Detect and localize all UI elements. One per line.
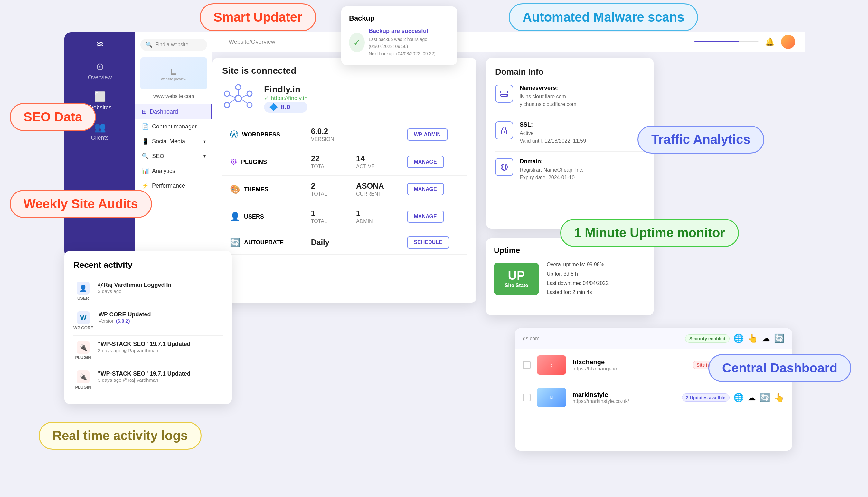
users-total-label: TOTAL [311,218,341,224]
security-icon: 🌐 [734,333,744,343]
themes-current-label: CURRENT [356,191,391,197]
label-uptime: 1 Minute Uptime monitor [560,219,739,247]
plugins-manage-btn[interactable]: MANAGE [407,156,444,168]
svg-line-7 [241,95,247,98]
cursor-icon1: 👆 [748,333,758,343]
themes-icon: 🎨 [230,184,240,195]
performance-icon: ⚡ [142,182,149,189]
wordpress-row: Ⓦ WORDPRESS 6.0.2 VERSION WP-ADMIN [222,121,467,148]
themes-manage-btn[interactable]: MANAGE [407,183,444,195]
breadcrumb: Website/Overview [229,39,275,45]
svg-line-9 [230,95,235,98]
activity-type-wpcore: WP CORE [73,325,94,330]
plugins-icon: ⚙ [230,157,237,167]
sidebar: ≋ ⊙ Overview ⬜ Websites 👥 Clients [65,32,135,257]
main-container: ≋ ⊙ Overview ⬜ Websites 👥 Clients 🔍 Find… [65,32,821,477]
wp-version: 6.0.2 [311,127,341,136]
activity-type-user: USER [77,296,89,301]
content-icon: 📄 [142,123,149,130]
mk-cloud-icon: ☁ [748,393,756,403]
svg-point-13 [507,92,508,93]
nav-item-seo[interactable]: 🔍 SEO ▾ [135,149,212,164]
site-name: Findly.in [264,84,308,95]
ssl-icon [495,122,513,139]
notification-bell-icon[interactable]: 🔔 [765,37,774,46]
dashboard-panel: Site is connected [213,58,476,302]
central-site-markinstyle: M markinstyle https://markinstyle.co.uk/… [515,381,792,414]
clients-icon: 👥 [94,122,106,133]
uptime-site-state: Site State [505,283,528,288]
backup-last: Last backup was 2 hours ago (04/07/2022:… [369,36,450,50]
nameserver-1: liv.ns.cloudflare.com [520,93,576,100]
overview-icon: ⊙ [96,61,104,72]
svg-line-10 [230,99,235,103]
svg-point-5 [224,102,230,108]
ssl-label: SSL: [520,122,586,128]
wp-admin-btn[interactable]: WP-ADMIN [407,128,448,141]
search-bar[interactable]: 🔍 Find a website [140,39,207,51]
nav-item-social[interactable]: 📱 Social Media ▾ [135,134,212,149]
autoupdate-schedule-btn[interactable]: SCHEDULE [407,236,450,248]
domain-globe-icon [495,158,513,176]
users-manage-btn[interactable]: MANAGE [407,211,444,223]
nav-item-content[interactable]: 📄 Content manager [135,119,212,134]
cloud-icon1: ☁ [762,333,770,343]
nav-label-performance: Performance [152,183,185,189]
activity-type-plugin1: PLUGIN [75,355,91,360]
svg-point-4 [224,91,230,96]
activity-item-wpcore: W WP CORE WP CORE Updated Version (6.0.2… [73,306,223,336]
uptime-last-down: Last downtime: 04/04/2022 [547,279,609,288]
site-thumbnail: 🖥 website preview [140,57,207,89]
site-score: 🔷 8.0 [264,102,308,113]
nav-item-performance[interactable]: ⚡ Performance [135,178,212,193]
sidebar-logo: ≋ [96,39,104,49]
users-row: 👤 USERS 1 TOTAL 1 ADMIN [222,203,467,230]
activity-title: Recent activity [73,260,223,270]
social-icon: 📱 [142,138,149,145]
uptime-badge: UP Site State [494,262,539,295]
uptime-title: Uptime [494,246,646,255]
user-activity-icon: 👤 [76,282,89,295]
uptime-overall: Overal uptime is: 99.98% [547,260,609,269]
activity-sub-user: 3 days ago [98,288,172,294]
domain-expiry: Expiry date: 2024-01-10 [520,174,583,182]
nav-item-dashboard[interactable]: ⊞ Dashboard [135,104,212,119]
btxchange-checkbox[interactable] [523,361,530,369]
sync-icon1: 🔄 [774,333,784,343]
uptime-stats: Overal uptime is: 99.98% Up for: 3d 8 h … [547,260,609,297]
header-progress-bar [694,41,758,42]
nav-label-content: Content manager [152,123,197,130]
markinstyle-checkbox[interactable] [523,394,530,401]
backup-card: Backup ✓ Backup are succesful Last backu… [341,6,457,65]
plugins-total: 22 [311,154,341,163]
sidebar-label-clients: Clients [91,134,109,141]
domain-label: Domain: [520,158,583,165]
autoupdate-frequency: Daily [311,238,329,246]
info-table: Ⓦ WORDPRESS 6.0.2 VERSION WP-ADMIN [222,121,467,255]
user-avatar[interactable] [781,35,795,49]
mk-cursor-icon: 👆 [774,393,784,403]
themes-total-label: TOTAL [311,191,341,197]
dashboard-icon: ⊞ [142,108,146,115]
activity-type-plugin2: PLUGIN [75,385,91,389]
svg-point-16 [503,131,505,133]
nav-item-analytics[interactable]: 📊 Analytics [135,164,212,178]
site-url-link[interactable]: ✓ https://findly.in [264,95,308,102]
users-icon: 👤 [230,212,240,222]
nav-panel: 🔍 Find a website 🖥 website preview www.w… [135,32,213,257]
seo-icon: 🔍 [142,153,149,160]
domain-panel: Domain Info Nameservers: liv.ns.cloudfla… [486,58,654,229]
activity-sub-wpcore: Version (6.0.2) [99,318,151,324]
header-bar: Website/Overview 🔔 [213,32,805,52]
nav-label-social: Social Media [152,138,185,145]
svg-point-3 [247,102,252,108]
themes-row: 🎨 THEMES 2 TOTAL ASONA CURRENT [222,176,467,203]
autoupdate-label: AUTOUPDATE [244,239,284,246]
backup-title: Backup [349,14,450,23]
sidebar-item-overview[interactable]: ⊙ Overview [65,56,135,86]
wp-version-label: VERSION [311,137,341,142]
uptime-lasted: Lasted for: 2 min 4s [547,288,609,297]
plugins-active-label: ACTIVE [356,164,391,170]
analytics-icon: 📊 [142,167,149,174]
updates-badge: 2 Updates availble [682,393,729,402]
